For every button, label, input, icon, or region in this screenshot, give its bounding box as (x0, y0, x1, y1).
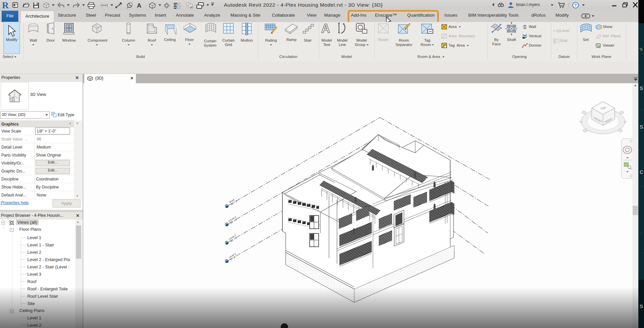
svg-text:A: A (321, 22, 330, 35)
svg-text:S: S (640, 124, 643, 130)
svg-text:?: ? (574, 3, 577, 8)
svg-text:R: R (2, 1, 9, 10)
svg-text:S: S (640, 303, 643, 309)
svg-text:C: C (640, 169, 643, 175)
svg-text:A: A (137, 2, 142, 9)
svg-text:S: S (640, 85, 643, 91)
svg-text:'S: 'S (639, 47, 642, 51)
svg-text:1: 1 (130, 4, 131, 6)
